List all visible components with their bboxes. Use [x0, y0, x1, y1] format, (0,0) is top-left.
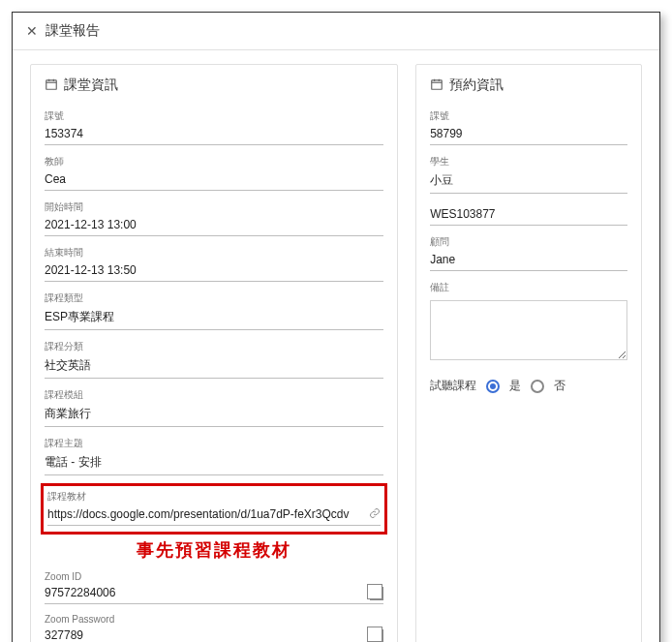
field-class-no: 課號 153374: [45, 109, 383, 145]
dialog-header: ✕ 課堂報告: [13, 13, 659, 50]
value[interactable]: Cea: [45, 170, 383, 191]
field-type: 課程類型 ESP專業課程: [45, 291, 383, 330]
class-info-panel: 課堂資訊 課號 153374 教師 Cea 開始時間 2021-12-13 13…: [30, 64, 398, 642]
label: 顧問: [430, 235, 627, 251]
svg-rect-0: [46, 79, 57, 88]
link-icon[interactable]: [369, 507, 381, 522]
field-module: 課程模組 商業旅行: [45, 388, 383, 427]
label: 備註: [430, 281, 627, 296]
panel-title-text: 課堂資訊: [64, 76, 118, 94]
value[interactable]: 2021-12-13 13:00: [45, 216, 383, 236]
field-topic: 課程主題 電話 - 安排: [45, 437, 383, 475]
label: 課程模組: [45, 388, 383, 404]
trial-label: 試聽課程: [430, 378, 476, 394]
dialog-title: 課堂報告: [46, 22, 100, 40]
panel-title-text: 預約資訊: [449, 76, 504, 94]
label: 教師: [45, 155, 383, 170]
field-code: WES103877: [430, 203, 627, 226]
label: Zoom ID: [45, 571, 383, 584]
value[interactable]: 小豆: [430, 170, 627, 194]
value[interactable]: https://docs.google.com/presentation/d/1…: [47, 505, 381, 526]
close-icon[interactable]: ✕: [26, 23, 38, 39]
value[interactable]: 97572284006: [45, 584, 383, 604]
field-book-no: 課號 58799: [430, 109, 627, 145]
field-category: 課程分類 社交英語: [45, 340, 383, 379]
booking-info-title: 預約資訊: [430, 75, 627, 100]
copy-icon[interactable]: [370, 629, 383, 642]
value[interactable]: WES103877: [430, 205, 627, 226]
annotation-text: 事先預習課程教材: [45, 538, 383, 562]
value[interactable]: Jane: [430, 251, 627, 271]
radio-no[interactable]: [531, 380, 544, 393]
notes-textarea[interactable]: [430, 300, 627, 360]
field-zoom-id: Zoom ID 97572284006: [45, 571, 383, 604]
opt-no: 否: [554, 378, 565, 394]
value[interactable]: 商業旅行: [45, 404, 383, 427]
field-end-time: 結束時間 2021-12-13 13:50: [45, 246, 383, 282]
value[interactable]: 327789: [45, 627, 383, 642]
value[interactable]: 電話 - 安排: [45, 452, 383, 475]
dialog-window: ✕ 課堂報告 課堂資訊 課號 153374 教師 Cea 開始時間 2021-1…: [12, 12, 660, 642]
svg-rect-4: [432, 79, 443, 88]
label: 課程主題: [45, 437, 383, 452]
label: 開始時間: [45, 200, 383, 216]
booking-info-panel: 預約資訊 課號 58799 學生 小豆 WES103877 顧問 Jane 備註: [415, 64, 642, 642]
label: Zoom Password: [45, 614, 383, 627]
field-material: 課程教材 https://docs.google.com/presentatio…: [47, 490, 381, 526]
field-start-time: 開始時間 2021-12-13 13:00: [45, 200, 383, 236]
value[interactable]: 153374: [45, 125, 383, 145]
radio-yes[interactable]: [486, 380, 500, 393]
value[interactable]: 2021-12-13 13:50: [45, 261, 383, 282]
field-notes: 備註: [430, 281, 627, 364]
calendar-icon: [45, 77, 58, 94]
dialog-body: 課堂資訊 課號 153374 教師 Cea 開始時間 2021-12-13 13…: [13, 50, 659, 642]
value[interactable]: ESP專業課程: [45, 307, 383, 330]
label: 結束時間: [45, 246, 383, 261]
opt-yes: 是: [509, 378, 521, 394]
field-zoom-pw: Zoom Password 327789: [45, 614, 383, 642]
label: 課程分類: [45, 340, 383, 355]
label: 課號: [430, 109, 627, 125]
copy-icon[interactable]: [370, 587, 383, 600]
class-info-title: 課堂資訊: [45, 75, 383, 100]
label: 課號: [45, 109, 383, 125]
field-teacher: 教師 Cea: [45, 155, 383, 191]
label: 課程教材: [47, 490, 381, 505]
value[interactable]: 58799: [430, 125, 627, 145]
calendar-icon: [430, 77, 443, 94]
material-highlight: 課程教材 https://docs.google.com/presentatio…: [41, 483, 387, 535]
label: 課程類型: [45, 291, 383, 307]
field-student: 學生 小豆: [430, 155, 627, 194]
trial-radio-row: 試聽課程 是 否: [430, 378, 627, 394]
field-advisor: 顧問 Jane: [430, 235, 627, 271]
label: 學生: [430, 155, 627, 170]
value[interactable]: 社交英語: [45, 355, 383, 379]
